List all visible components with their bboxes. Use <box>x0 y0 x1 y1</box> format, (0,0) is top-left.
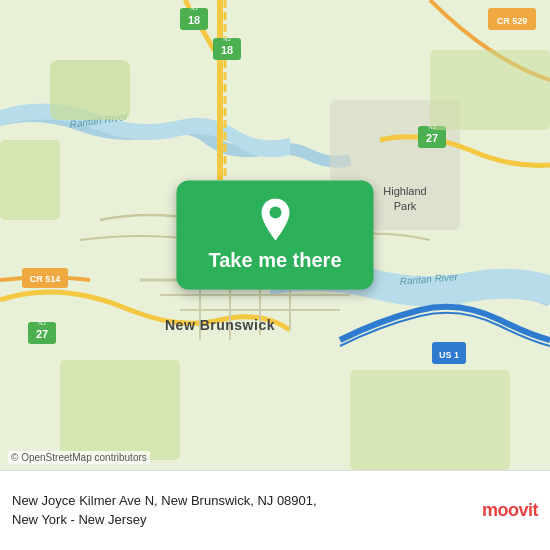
address-container: New Joyce Kilmer Ave N, New Brunswick, N… <box>12 492 478 528</box>
location-pin-icon <box>257 199 293 241</box>
svg-text:CR 514: CR 514 <box>30 274 61 284</box>
svg-rect-36 <box>0 140 60 220</box>
take-me-there-button[interactable]: Take me there <box>176 181 373 290</box>
svg-text:NJ: NJ <box>223 36 230 42</box>
address-line1: New Joyce Kilmer Ave N, New Brunswick, N… <box>12 492 478 510</box>
svg-rect-35 <box>50 60 130 120</box>
svg-text:18: 18 <box>221 44 233 56</box>
map-container: 18 NJ 18 NJ CR 529 27 NJ 27 NJ CR 514 US… <box>0 0 550 470</box>
svg-rect-37 <box>430 50 550 130</box>
moovit-logo: m moovit <box>478 481 538 541</box>
svg-text:US 1: US 1 <box>439 350 459 360</box>
cta-label: Take me there <box>208 249 341 272</box>
moovit-text: moovit <box>482 500 538 521</box>
address-line2: New York - New Jersey <box>12 511 478 529</box>
svg-text:27: 27 <box>426 132 438 144</box>
svg-point-40 <box>269 207 281 219</box>
svg-text:New Brunswick: New Brunswick <box>165 317 275 333</box>
svg-text:Highland: Highland <box>383 185 426 197</box>
svg-text:NJ: NJ <box>38 320 45 326</box>
svg-rect-38 <box>60 360 180 460</box>
svg-rect-39 <box>350 370 510 470</box>
svg-text:27: 27 <box>36 328 48 340</box>
svg-text:Park: Park <box>394 200 417 212</box>
map-copyright: © OpenStreetMap contributors <box>8 451 150 464</box>
svg-text:CR 529: CR 529 <box>497 16 528 26</box>
svg-text:NJ: NJ <box>190 5 197 11</box>
bottom-bar: New Joyce Kilmer Ave N, New Brunswick, N… <box>0 470 550 550</box>
svg-text:18: 18 <box>188 14 200 26</box>
